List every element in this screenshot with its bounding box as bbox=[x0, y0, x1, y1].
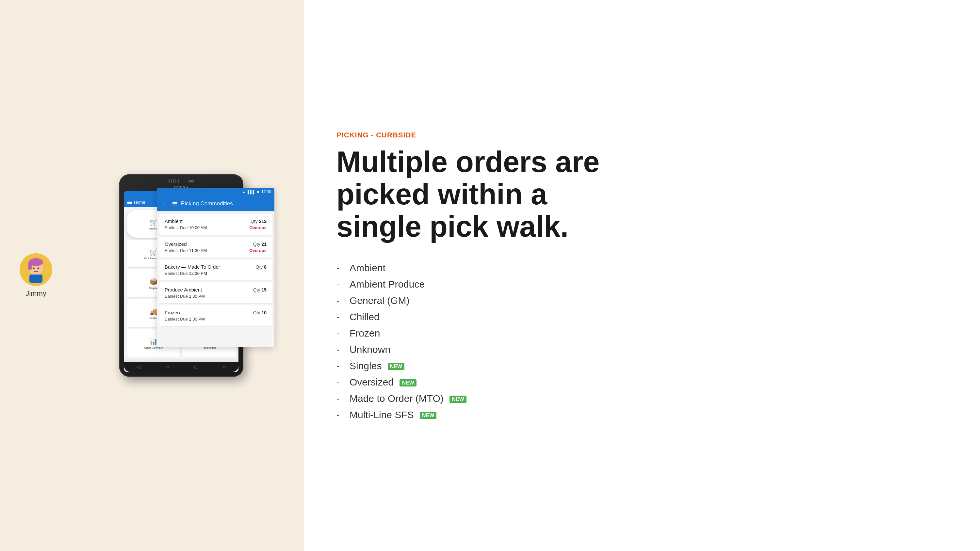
feature-item-ambient: - Ambient bbox=[336, 262, 947, 273]
new-badge-oversized: NEW bbox=[399, 379, 416, 386]
new-badge-multiline-sfs: NEW bbox=[420, 412, 436, 419]
avatar bbox=[20, 253, 52, 286]
item-name-oversized: Oversized bbox=[165, 241, 187, 247]
item-qty-oversized: Qty 21 bbox=[253, 241, 267, 247]
item-due-ambient: Earliest Due 10:00 AM bbox=[165, 225, 207, 230]
item-due-bakery: Earliest Due 12:30 PM bbox=[165, 271, 207, 276]
picking-list-item-oversized[interactable]: Oversized Qty 21 Earliest Due 11:30 AM O… bbox=[159, 237, 272, 257]
feature-label-ambient: Ambient bbox=[350, 262, 385, 273]
picking-header: ← Picking Commodities bbox=[157, 196, 274, 211]
picking-list-item-ambient[interactable]: Ambient Qty 212 Earliest Due 10:00 AM Ov… bbox=[159, 214, 272, 235]
home-nav-icon[interactable]: ○ bbox=[166, 364, 169, 370]
wifi-status-icon: ▲ bbox=[242, 190, 246, 194]
main-heading: Multiple orders are picked within a sing… bbox=[336, 146, 630, 243]
item-name-produce: Produce Ambient bbox=[165, 287, 202, 292]
dash-icon: - bbox=[336, 361, 343, 371]
picking-hamburger-icon[interactable] bbox=[172, 202, 177, 205]
picking-list-item-frozen[interactable]: Frozen Qty 10 Earliest Due 2:30 PM bbox=[159, 305, 272, 326]
battery-status-icon: ■ bbox=[257, 190, 259, 194]
feature-item-general-gm: - General (GM) bbox=[336, 295, 947, 306]
staging-icon: 📦 bbox=[150, 278, 158, 286]
back-nav-icon[interactable]: ◁ bbox=[137, 364, 140, 370]
svg-rect-3 bbox=[29, 275, 43, 283]
item-qty-ambient: Qty 212 bbox=[251, 219, 267, 224]
overdue-badge-oversized: Overdue bbox=[249, 248, 267, 253]
item-due-frozen: Earliest Due 2:30 PM bbox=[165, 317, 205, 322]
item-name-bakery: Bakery — Made To Order bbox=[165, 264, 220, 270]
item-name-ambient: Ambient bbox=[165, 218, 183, 224]
picking-list-item-bakery[interactable]: Bakery — Made To Order Qty 8 Earliest Du… bbox=[159, 259, 272, 280]
pick-exceptions-icon: 🛒 bbox=[150, 248, 158, 256]
phone-header-title: Home bbox=[134, 200, 145, 205]
order-summary-icon: 📊 bbox=[150, 338, 158, 345]
feature-item-oversized: - Oversized NEW bbox=[336, 377, 947, 388]
svg-point-4 bbox=[33, 268, 35, 269]
item-qty-produce: Qty 15 bbox=[253, 287, 267, 292]
svg-point-2 bbox=[28, 261, 32, 270]
new-badge-mto: NEW bbox=[450, 395, 466, 403]
avatar-name: Jimmy bbox=[25, 289, 46, 298]
dash-icon: - bbox=[336, 295, 343, 306]
picking-status-bar: ▲ ▌▌▌ ■ 12:30 bbox=[157, 188, 274, 196]
picking-items-list: Ambient Qty 212 Earliest Due 10:00 AM Ov… bbox=[157, 211, 274, 347]
signal-status-icon: ▌▌▌ bbox=[248, 190, 255, 194]
feature-item-mto: - Made to Order (MTO) NEW bbox=[336, 393, 947, 404]
feature-label-ambient-produce: Ambient Produce bbox=[350, 279, 425, 290]
dash-icon: - bbox=[336, 312, 343, 322]
feature-item-unknown: - Unknown bbox=[336, 344, 947, 355]
item-due-oversized: Earliest Due 11:30 AM bbox=[165, 248, 207, 253]
overdue-badge-ambient: Overdue bbox=[249, 225, 267, 230]
dash-icon: - bbox=[336, 263, 343, 273]
feature-item-singles: - Singles NEW bbox=[336, 360, 947, 372]
item-name-frozen: Frozen bbox=[165, 310, 180, 315]
picking-commodities-screen: ▲ ▌▌▌ ■ 12:30 ← Picking Commodities Ambi… bbox=[157, 188, 274, 347]
features-list: - Ambient - Ambient Produce - General (G… bbox=[336, 262, 947, 421]
dash-icon: - bbox=[336, 410, 343, 420]
right-panel: PICKING - CURBSIDE Multiple orders are p… bbox=[304, 0, 980, 551]
dash-icon: - bbox=[336, 345, 343, 355]
feature-label-chilled: Chilled bbox=[350, 311, 380, 322]
dash-icon: - bbox=[336, 393, 343, 404]
speaker-lines bbox=[169, 179, 179, 183]
feature-item-multiline-sfs: - Multi-Line SFS NEW bbox=[336, 409, 947, 421]
feature-label-mto: Made to Order (MTO) NEW bbox=[350, 393, 466, 404]
feature-label-general-gm: General (GM) bbox=[350, 295, 409, 306]
item-due-produce: Earliest Due 1:30 PM bbox=[165, 294, 205, 299]
dash-icon: - bbox=[336, 279, 343, 289]
dash-icon: - bbox=[336, 377, 343, 387]
feature-item-chilled: - Chilled bbox=[336, 311, 947, 322]
dash-icon: - bbox=[336, 328, 343, 338]
item-qty-bakery: Qty 8 bbox=[256, 264, 267, 270]
new-badge-singles: NEW bbox=[388, 363, 404, 370]
menu-nav-icon[interactable]: ○ bbox=[223, 364, 225, 370]
hamburger-menu-icon[interactable] bbox=[127, 201, 132, 204]
back-arrow-icon[interactable]: ← bbox=[162, 200, 169, 207]
picking-header-title: Picking Commodities bbox=[181, 200, 233, 207]
power-button bbox=[188, 180, 194, 183]
feature-item-ambient-produce: - Ambient Produce bbox=[336, 279, 947, 290]
avatar-container: Jimmy bbox=[20, 253, 52, 298]
picking-icon: 🛒 bbox=[150, 218, 158, 226]
item-qty-frozen: Qty 10 bbox=[253, 310, 267, 315]
status-time: 12:30 bbox=[261, 190, 271, 194]
section-tag: PICKING - CURBSIDE bbox=[336, 131, 947, 140]
feature-label-singles: Singles NEW bbox=[350, 360, 404, 372]
feature-item-frozen: - Frozen bbox=[336, 328, 947, 339]
feature-label-frozen: Frozen bbox=[350, 328, 380, 339]
loading-icon: 🚚 bbox=[150, 308, 158, 316]
picking-list-item-produce[interactable]: Produce Ambient Qty 15 Earliest Due 1:30… bbox=[159, 283, 272, 303]
feature-label-multiline-sfs: Multi-Line SFS NEW bbox=[350, 409, 436, 421]
feature-label-unknown: Unknown bbox=[350, 344, 390, 355]
device-nav-bar: ◁ ○ □ ○ bbox=[124, 362, 239, 372]
device-top-bar bbox=[124, 179, 239, 183]
svg-point-5 bbox=[38, 268, 39, 269]
recent-nav-icon[interactable]: □ bbox=[194, 364, 197, 370]
feature-label-oversized: Oversized NEW bbox=[350, 377, 417, 388]
